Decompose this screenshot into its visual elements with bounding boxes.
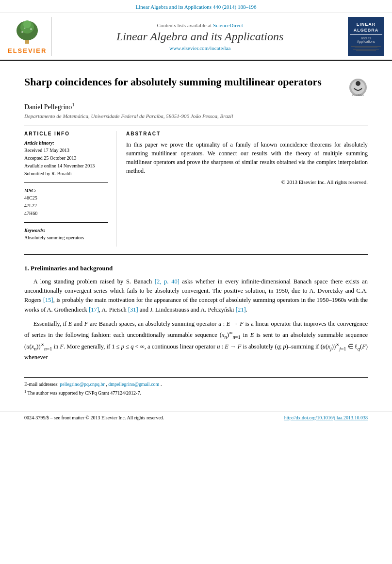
- cover-sub-text: and itsApplications: [357, 36, 376, 43]
- cite-17[interactable]: [17]: [89, 306, 99, 313]
- author-sup: 1: [72, 102, 74, 107]
- received-line: Received 17 May 2013: [24, 147, 108, 154]
- msc3: 47H60: [24, 210, 108, 217]
- journal-header: ELSEVIER Contents lists available at Sci…: [0, 13, 392, 61]
- main-content: Sharp coincidences for absolutely summin…: [0, 61, 392, 407]
- email-footnote: E-mail addresses: pellegrino@pq.cnpq.br …: [24, 381, 368, 388]
- footer-divider: [24, 377, 368, 378]
- abstract-label: ABSTRACT: [126, 131, 368, 136]
- svg-point-5: [30, 28, 32, 30]
- science-direct-prefix: Contents lists available at: [157, 22, 213, 28]
- available-line: Available online 14 November 2013: [24, 162, 108, 170]
- footnote1: 1 The author was supported by CNPq Grant…: [24, 388, 368, 397]
- svg-point-3: [23, 20, 31, 28]
- article-info-column: ARTICLE INFO Article history: Received 1…: [24, 131, 116, 247]
- keyword1: Absolutely summing operators: [24, 234, 108, 242]
- history-title: Article history:: [24, 140, 108, 146]
- divider-info-2: [24, 222, 108, 223]
- footnote1-text: The author was supported by CNPq Grant 4…: [28, 390, 141, 396]
- elsevier-label: ELSEVIER: [8, 47, 47, 54]
- abstract-column: ABSTRACT In this paper we prove the opti…: [126, 131, 368, 247]
- section1-title: Preliminaries and background: [31, 265, 113, 272]
- science-direct-link[interactable]: ScienceDirect: [213, 22, 243, 28]
- keywords-group: Keywords: Absolutely summing operators: [24, 228, 108, 242]
- msc1: 46C25: [24, 194, 108, 202]
- body-paragraph-1: A long standing problem raised by S. Ban…: [24, 277, 368, 315]
- journal-cover-image: LINEARALGEBRA and itsApplications: [348, 17, 384, 56]
- body-section-1: 1. Preliminaries and background A long s…: [24, 265, 368, 363]
- journal-title-block: Contents lists available at ScienceDirec…: [57, 17, 343, 56]
- email-prefix: E-mail addresses:: [24, 382, 60, 387]
- author-name: Daniel Pellegrino1: [24, 102, 368, 111]
- section1-number: 1.: [24, 265, 29, 272]
- affiliation: Departamento de Matemática, Universidade…: [24, 113, 368, 119]
- crossmark-badge: CrossMark: [348, 78, 368, 97]
- journal-main-title: Linear Algebra and its Applications: [116, 30, 283, 43]
- elsevier-logo-block: ELSEVIER: [8, 17, 52, 56]
- article-info-label: ARTICLE INFO: [24, 131, 108, 136]
- cite-21[interactable]: [21]: [236, 306, 246, 313]
- section1-heading: 1. Preliminaries and background: [24, 265, 368, 272]
- science-direct-line: Contents lists available at ScienceDirec…: [157, 22, 243, 28]
- article-two-col: ARTICLE INFO Article history: Received 1…: [24, 131, 368, 247]
- elsevier-tree-icon: [13, 18, 42, 45]
- bottom-bar-left: 0024-3795/$ – see front matter © 2013 El…: [24, 415, 164, 420]
- msc2: 47L22: [24, 202, 108, 210]
- cover-linear-text: LINEARALGEBRA: [354, 22, 379, 33]
- footnote1-num: 1: [24, 389, 26, 394]
- msc-title: MSC:: [24, 188, 108, 193]
- divider-1: [24, 126, 368, 126]
- email1-link[interactable]: pellegrino@pq.cnpq.br: [60, 382, 105, 387]
- top-citation-bar: Linear Algebra and its Applications 440 …: [0, 0, 392, 13]
- article-history-group: Article history: Received 17 May 2013 Ac…: [24, 140, 108, 178]
- cite-15[interactable]: [15]: [43, 297, 53, 303]
- submitted-line: Submitted by R. Brualdi: [24, 170, 108, 178]
- cite-31[interactable]: [31]: [128, 306, 138, 313]
- accepted-line: Accepted 25 October 2013: [24, 154, 108, 162]
- divider-2: [24, 254, 368, 255]
- doi-link[interactable]: http://dx.doi.org/10.1016/j.laa.2013.10.…: [284, 415, 368, 420]
- keywords-title: Keywords:: [24, 228, 108, 233]
- svg-point-4: [21, 31, 23, 33]
- svg-point-6: [24, 28, 26, 29]
- citation-text: Linear Algebra and its Applications 440 …: [136, 4, 257, 10]
- cover-divider: [350, 34, 382, 35]
- abstract-text: In this paper we prove the optimality of…: [126, 140, 368, 175]
- article-title: Sharp coincidences for absolutely summin…: [24, 75, 348, 89]
- svg-point-9: [356, 81, 360, 86]
- bottom-bar: 0024-3795/$ – see front matter © 2013 El…: [0, 412, 392, 423]
- divider-info-1: [24, 182, 108, 183]
- article-title-block: Sharp coincidences for absolutely summin…: [24, 70, 368, 97]
- msc-group: MSC: 46C25 47L22 47H60: [24, 188, 108, 217]
- abstract-copyright: © 2013 Elsevier Inc. All rights reserved…: [126, 179, 368, 185]
- body-paragraph-2: Essentially, if E and F are Banach space…: [24, 319, 368, 362]
- email2-link[interactable]: dmpellegrino@gmail.com: [108, 382, 159, 387]
- svg-text:CrossMark: CrossMark: [352, 94, 364, 97]
- cite-2[interactable]: [2, p. 40]: [155, 278, 180, 285]
- journal-url: www.elsevier.com/locate/laa: [169, 45, 230, 51]
- email-period: .: [161, 382, 162, 387]
- page-wrapper: Linear Algebra and its Applications 440 …: [0, 0, 392, 564]
